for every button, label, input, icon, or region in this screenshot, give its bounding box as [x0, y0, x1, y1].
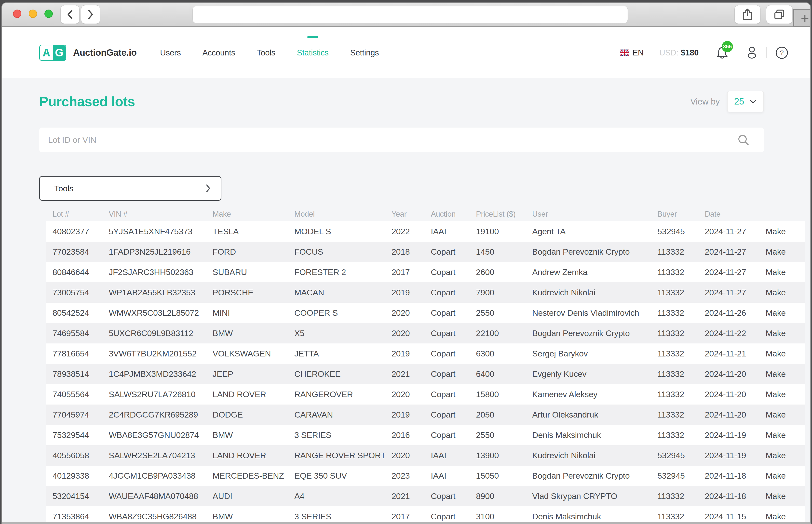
row-action-make[interactable]: Make — [760, 465, 806, 486]
row-action-make[interactable]: Make — [760, 323, 806, 343]
nav-item-settings[interactable]: Settings — [350, 27, 379, 78]
browser-share-button[interactable] — [734, 5, 761, 24]
window-zoom-button[interactable] — [44, 10, 53, 18]
search-input[interactable] — [39, 128, 764, 152]
row-action-make[interactable]: Make — [760, 384, 806, 405]
search-bar — [39, 128, 764, 152]
cell-model: FOCUS — [288, 242, 385, 262]
nav-item-accounts[interactable]: Accounts — [203, 27, 235, 78]
tabs-icon — [773, 9, 785, 21]
browser-address-bar[interactable] — [192, 6, 628, 23]
cell-vin: JF2SJARC3HH502363 — [102, 262, 206, 282]
column-header-make: Make — [206, 207, 288, 221]
cell-date: 2024-11-21 — [699, 343, 760, 364]
row-action-make[interactable]: Make — [760, 242, 806, 262]
row-action-make[interactable]: Make — [760, 303, 806, 323]
cell-model: COOPER S — [288, 303, 385, 323]
browser-back-button[interactable] — [60, 5, 80, 24]
cell-vin: SALWR2SE2LA704213 — [102, 445, 206, 465]
cell-model: 3 SERIES — [288, 506, 385, 522]
browser-forward-button[interactable] — [81, 5, 100, 24]
cell-year: 2021 — [385, 486, 425, 506]
cell-model: X5 — [288, 323, 385, 343]
cell-date: 2024-11-27 — [699, 221, 760, 242]
help-button[interactable]: ? — [775, 46, 789, 59]
balance-value: $180 — [681, 48, 699, 58]
purchased-lots-page: Purchased lots View by 25 — [2, 78, 810, 522]
brand-name: AuctionGate.io — [73, 48, 137, 58]
browser-new-tab-button[interactable]: + — [793, 9, 811, 27]
main-nav: UsersAccountsToolsStatisticsSettings — [160, 27, 379, 78]
row-action-make[interactable]: Make — [760, 506, 806, 522]
cell-lot: 40802377 — [46, 221, 102, 242]
cell-make: LAND ROVER — [206, 445, 288, 465]
cell-buyer: 532945 — [651, 465, 699, 486]
search-icon[interactable] — [737, 134, 750, 146]
row-action-make[interactable]: Make — [760, 445, 806, 465]
cell-make: SUBARU — [206, 262, 288, 282]
cell-make: AUDI — [206, 486, 288, 506]
cell-auction: IAAI — [425, 445, 470, 465]
cell-user: Denis Maksimchuk — [526, 425, 651, 445]
cell-pricelist: 2600 — [470, 262, 526, 282]
cell-lot: 80846644 — [46, 262, 102, 282]
uk-flag-icon[interactable] — [620, 49, 629, 56]
cell-year: 2020 — [385, 445, 425, 465]
page-size-dropdown[interactable]: 25 — [727, 91, 764, 112]
cell-year: 2020 — [385, 323, 425, 343]
nav-item-tools[interactable]: Tools — [257, 27, 275, 78]
cell-model: RANGE ROVER SPORT — [288, 445, 385, 465]
cell-pricelist: 22100 — [470, 323, 526, 343]
cell-year: 2017 — [385, 506, 425, 522]
cell-user: Denis Maksimchuk — [526, 506, 651, 522]
cell-user: Kudrevich Nikolai — [526, 282, 651, 303]
window-close-button[interactable] — [13, 10, 21, 18]
row-action-make[interactable]: Make — [760, 262, 806, 282]
page-title: Purchased lots — [39, 94, 135, 110]
cell-vin: 1FADP3N25JL219616 — [102, 242, 206, 262]
site-header: A G AuctionGate.io UsersAccountsToolsSta… — [2, 27, 810, 78]
cell-user: Artur Oleksandruk — [526, 405, 651, 425]
cell-date: 2024-11-22 — [699, 323, 760, 343]
row-action-make[interactable]: Make — [760, 425, 806, 445]
cell-model: CHEROKEE — [288, 364, 385, 384]
nav-item-users[interactable]: Users — [160, 27, 181, 78]
row-action-make[interactable]: Make — [760, 282, 806, 303]
row-action-make[interactable]: Make — [760, 221, 806, 242]
cell-lot: 73005754 — [46, 282, 102, 303]
column-header-model: Model — [288, 207, 385, 221]
cell-vin: 5YJSA1E5XNF475373 — [102, 221, 206, 242]
cell-pricelist: 19100 — [470, 221, 526, 242]
table-row: 401293384JGGM1CB9PA033438MERCEDES-BENZEQ… — [46, 465, 806, 486]
browser-tabs-button[interactable] — [766, 5, 793, 24]
cell-lot: 71353864 — [46, 506, 102, 522]
cell-make: BMW — [206, 506, 288, 522]
cell-model: RANGEROVER — [288, 384, 385, 405]
row-action-make[interactable]: Make — [760, 405, 806, 425]
cell-user: Bogdan Perevoznik Crypto — [526, 465, 651, 486]
cell-auction: Copart — [425, 405, 470, 425]
cell-date: 2024-11-27 — [699, 242, 760, 262]
cell-year: 2021 — [385, 364, 425, 384]
app-logo[interactable]: A G — [39, 45, 66, 61]
cell-buyer: 113332 — [651, 242, 699, 262]
language-selector[interactable]: EN — [633, 48, 643, 58]
profile-button[interactable] — [746, 46, 758, 60]
cell-auction: Copart — [425, 323, 470, 343]
table-row: 746955845UXCR6C09L9B83112BMWX52020Copart… — [46, 323, 806, 343]
nav-item-statistics[interactable]: Statistics — [297, 27, 329, 78]
browser-window: + A G AuctionGate.io UsersAccountsToolsS… — [1, 2, 811, 524]
cell-buyer: 532945 — [651, 221, 699, 242]
row-action-make[interactable]: Make — [760, 486, 806, 506]
cell-lot: 78938514 — [46, 364, 102, 384]
cell-model: JETTA — [288, 343, 385, 364]
notifications-button[interactable]: 366 — [716, 46, 729, 60]
row-action-make[interactable]: Make — [760, 343, 806, 364]
tools-button[interactable]: Tools — [39, 176, 221, 201]
cell-user: Andrew Zemka — [526, 262, 651, 282]
column-header-date: Date — [699, 207, 760, 221]
cell-year: 2017 — [385, 262, 425, 282]
row-action-make[interactable]: Make — [760, 364, 806, 384]
cell-model: FORESTER 2 — [288, 262, 385, 282]
window-minimize-button[interactable] — [29, 10, 37, 18]
